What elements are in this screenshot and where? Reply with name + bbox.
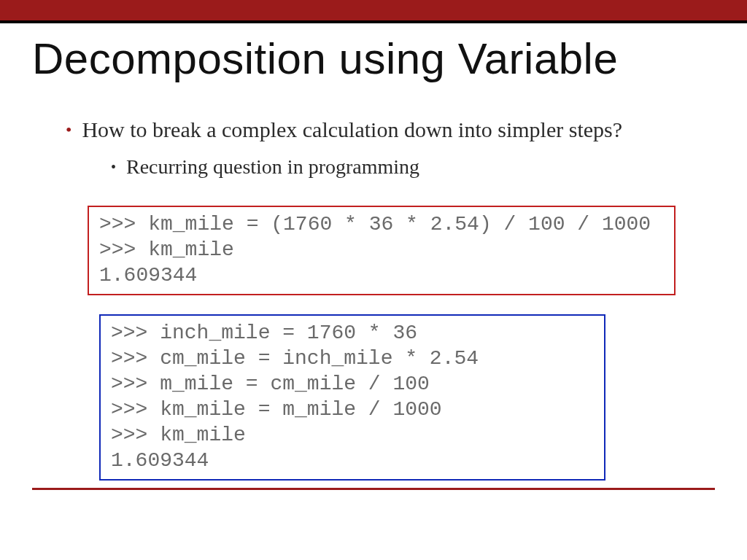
- code-block-decomposed: >>> inch_mile = 1760 * 36 >>> cm_mile = …: [99, 314, 605, 481]
- slide-title: Decomposition using Variable: [0, 23, 747, 84]
- bullet-dot-icon: •: [66, 116, 71, 144]
- header-band: [0, 0, 747, 20]
- slide-body: • How to break a complex calculation dow…: [0, 84, 747, 481]
- footer-rule: [32, 488, 715, 490]
- bullet-dot-icon: •: [111, 154, 116, 180]
- bullet-level-1: • How to break a complex calculation dow…: [66, 116, 706, 144]
- bullet-level-2-text: Recurring question in programming: [126, 154, 419, 180]
- slide: Decomposition using Variable • How to br…: [0, 0, 747, 560]
- bullet-level-1-text: How to break a complex calculation down …: [82, 116, 622, 144]
- bullet-level-2: • Recurring question in programming: [111, 154, 706, 180]
- code-block-single-expression: >>> km_mile = (1760 * 36 * 2.54) / 100 /…: [88, 206, 676, 295]
